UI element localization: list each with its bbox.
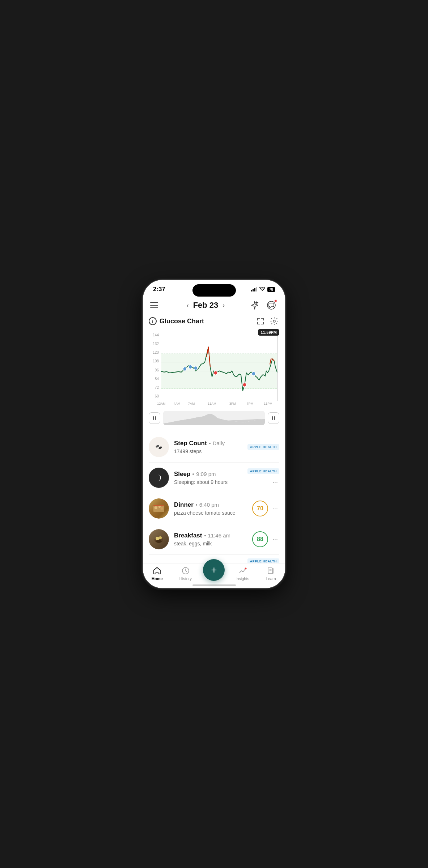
svg-text:7PM: 7PM <box>247 401 254 406</box>
chart-info-button[interactable]: i <box>149 317 157 325</box>
learn-icon <box>267 566 275 575</box>
dinner-badge-area: 70 ··· <box>252 501 279 516</box>
svg-point-9 <box>273 320 275 322</box>
insights-icon <box>238 566 247 575</box>
home-indicator <box>192 584 236 586</box>
status-icons: 78 <box>251 286 275 292</box>
step-count-badge-area: APPLE HEALTH <box>247 444 279 450</box>
add-button[interactable]: + <box>203 559 225 581</box>
svg-point-45 <box>155 444 160 448</box>
breakfast-badge-area: 88 ··· <box>252 531 279 547</box>
breakfast-icon <box>149 529 169 549</box>
step-count-apple-health-badge: APPLE HEALTH <box>247 444 279 450</box>
step-count-title: Step Count <box>174 440 207 447</box>
sleep-title: Sleep <box>174 471 190 478</box>
step-count-icon <box>149 437 169 457</box>
dinner-content: Dinner 6:40 pm pizza cheese tomato sauce <box>174 501 247 516</box>
activity-item-step-count[interactable]: Step Count Daily 17499 steps APPLE HEALT… <box>149 432 279 463</box>
wifi-icon <box>259 286 265 292</box>
expand-chart-button[interactable] <box>255 316 266 326</box>
svg-rect-4 <box>263 318 264 320</box>
breakfast-content: Breakfast 11:46 am steak, eggs, milk <box>174 532 247 547</box>
svg-rect-43 <box>272 416 273 420</box>
activity-item-dinner[interactable]: Dinner 6:40 pm pizza cheese tomato sauce… <box>149 493 279 524</box>
svg-text:108: 108 <box>153 359 159 363</box>
svg-rect-41 <box>155 416 156 420</box>
svg-point-50 <box>161 507 163 510</box>
sleep-apple-health-badge: APPLE HEALTH <box>247 468 279 474</box>
svg-text:3PM: 3PM <box>229 401 236 406</box>
dinner-subtitle: pizza cheese tomato sauce <box>174 510 236 516</box>
prev-date-button[interactable]: ‹ <box>187 302 189 309</box>
svg-rect-2 <box>257 318 258 320</box>
nav-insights[interactable]: Insights <box>232 566 253 581</box>
svg-text:72: 72 <box>155 385 159 390</box>
chart-settings-button[interactable] <box>269 316 279 326</box>
partial-badge-area: APPLE HEALTH <box>247 558 279 563</box>
svg-point-35 <box>188 365 192 369</box>
phone-frame: 2:37 78 <box>143 280 285 588</box>
svg-text:132: 132 <box>153 341 159 346</box>
nav-history[interactable]: History <box>175 566 196 581</box>
step-count-time: Daily <box>213 440 225 446</box>
add-icon: + <box>211 565 217 575</box>
dinner-icon <box>149 498 169 519</box>
status-time: 2:37 <box>153 286 165 293</box>
insights-nav-label: Insights <box>236 576 249 581</box>
date-navigation: ‹ Feb 23 › <box>187 301 225 310</box>
svg-text:60: 60 <box>155 394 159 399</box>
dinner-time: 6:40 pm <box>199 502 219 508</box>
activity-item-breakfast[interactable]: Breakfast 11:46 am steak, eggs, milk 88 … <box>149 524 279 555</box>
svg-point-38 <box>214 371 217 375</box>
scrubber-pause-right[interactable] <box>268 412 279 424</box>
chart-title: Glucose Chart <box>160 318 204 325</box>
nav-add[interactable]: + <box>203 566 225 581</box>
scrubber-pause-left[interactable] <box>149 412 160 424</box>
ai-button[interactable] <box>248 299 261 312</box>
history-nav-label: History <box>179 576 192 581</box>
nav-learn[interactable]: Learn <box>260 566 282 581</box>
svg-point-37 <box>252 372 255 376</box>
svg-text:11AM: 11AM <box>208 401 216 406</box>
activity-item-sleep[interactable]: Sleep 9:09 pm Sleeping: about 9 hours AP… <box>149 463 279 493</box>
activity-feed: Step Count Daily 17499 steps APPLE HEALT… <box>143 432 285 563</box>
dinner-more-button[interactable]: ··· <box>271 503 279 514</box>
date-title: Feb 23 <box>193 301 219 310</box>
learn-nav-label: Learn <box>266 576 276 581</box>
history-icon <box>181 566 190 575</box>
svg-point-48 <box>154 506 157 509</box>
sleep-subtitle: Sleeping: about 9 hours <box>174 479 228 485</box>
chart-section: i Glucose Chart <box>143 316 285 432</box>
sleep-more-button[interactable]: ··· <box>271 477 279 488</box>
svg-rect-51 <box>153 505 164 506</box>
svg-rect-6 <box>257 322 258 324</box>
sleep-time: 9:09 pm <box>196 471 216 477</box>
svg-point-54 <box>159 536 162 539</box>
svg-rect-40 <box>153 416 154 420</box>
scrubber-track[interactable] <box>163 411 265 425</box>
dynamic-island <box>192 284 236 297</box>
svg-point-36 <box>194 366 198 370</box>
header-nav: ‹ Feb 23 › <box>143 296 285 316</box>
svg-point-57 <box>245 568 247 570</box>
svg-rect-44 <box>274 416 275 420</box>
chat-button[interactable] <box>265 299 278 312</box>
dinner-score-badge: 70 <box>252 501 268 516</box>
bottom-navigation: Home History + <box>143 563 285 588</box>
home-icon <box>153 566 161 575</box>
breakfast-more-button[interactable]: ··· <box>271 534 279 545</box>
chat-notification-dot <box>274 299 277 302</box>
signal-icon <box>251 287 257 292</box>
next-date-button[interactable]: › <box>223 302 225 309</box>
chart-actions <box>255 316 279 326</box>
glucose-chart[interactable]: 11:59PM 144 132 120 108 96 84 72 60 12AM… <box>149 329 279 409</box>
nav-home[interactable]: Home <box>146 566 168 581</box>
sleep-badge-area: APPLE HEALTH ··· <box>247 468 279 488</box>
step-count-subtitle: 17499 steps <box>174 448 202 454</box>
menu-button[interactable] <box>150 299 163 312</box>
sleep-icon <box>149 468 169 488</box>
dinner-title: Dinner <box>174 501 194 509</box>
svg-text:144: 144 <box>153 332 159 337</box>
time-tooltip: 11:59PM <box>258 329 279 336</box>
svg-text:7AM: 7AM <box>188 401 195 406</box>
